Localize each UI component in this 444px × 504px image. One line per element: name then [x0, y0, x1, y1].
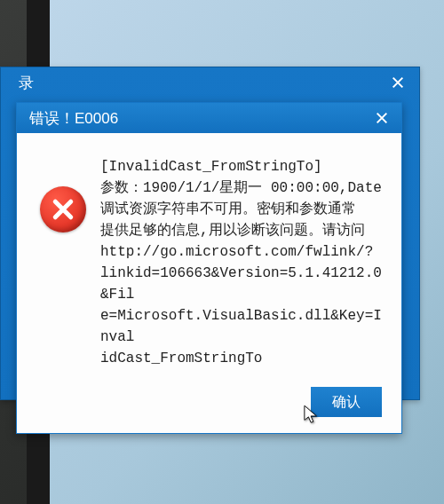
- login-title: 录: [12, 73, 387, 93]
- close-icon[interactable]: [371, 107, 392, 129]
- error-body: [InvalidCast_FromStringTo] 参数：1900/1/1/星…: [17, 133, 401, 382]
- error-icon: [40, 186, 86, 232]
- error-title: 错误！E0006: [29, 108, 371, 129]
- error-dialog: 错误！E0006 [InvalidCast_FromStringTo] 参数：1…: [16, 102, 402, 434]
- login-titlebar: 录: [1, 67, 419, 98]
- error-message: [InvalidCast_FromStringTo] 参数：1900/1/1/星…: [91, 156, 382, 369]
- error-titlebar: 错误！E0006: [17, 103, 401, 133]
- close-icon[interactable]: [387, 72, 408, 93]
- ok-button[interactable]: 确认: [311, 387, 382, 417]
- error-actions: 确认: [17, 382, 401, 433]
